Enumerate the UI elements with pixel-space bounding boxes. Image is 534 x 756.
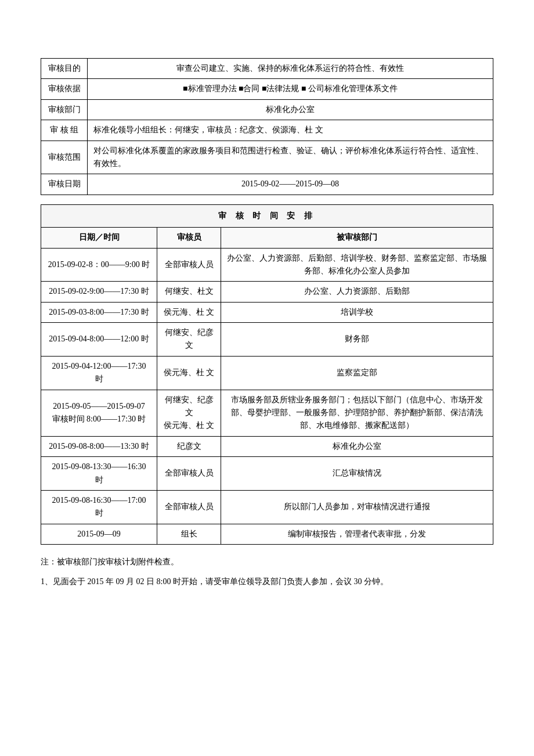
- schedule-auditor-9: 组长: [157, 524, 221, 544]
- schedule-dept-8: 所以部门人员参加，对审核情况进行通报: [221, 490, 493, 524]
- main-table-label: 审核部门: [41, 99, 88, 120]
- schedule-col-header-dept: 被审核部门: [221, 228, 493, 248]
- main-table-label: 审核范围: [41, 141, 88, 174]
- main-table-content: 2015-09-02——2015-09—08: [88, 174, 493, 195]
- schedule-dept-3: 财务部: [221, 323, 493, 357]
- main-table-content: 审查公司建立、实施、保持的标准化体系运行的符合性、有效性: [88, 59, 493, 79]
- schedule-date-3: 2015-09-04-8:00——12:00 时: [41, 323, 157, 357]
- main-table-content: 标准化办公室: [88, 99, 493, 120]
- main-table-label: 审核目的: [41, 59, 88, 79]
- schedule-date-2: 2015-09-03-8:00——17:30 时: [41, 302, 157, 322]
- schedule-date-7: 2015-09-08-13:30——16:30 时: [41, 457, 157, 491]
- main-table-content: ■标准管理办法 ■合同 ■法律法规 ■ 公司标准化管理体系文件: [88, 79, 493, 99]
- note-line-1: 1、见面会于 2015 年 09 月 02 日 8:00 时开始，请受审单位领导…: [41, 574, 493, 590]
- schedule-date-6: 2015-09-08-8:00——13:30 时: [41, 436, 157, 456]
- note-line-0: 注：被审核部门按审核计划附件检查。: [41, 554, 493, 570]
- schedule-auditor-7: 全部审核人员: [157, 457, 221, 491]
- schedule-table: 审 核 时 间 安 排日期／时间审核员被审核部门2015-09-02-8：00—…: [41, 204, 493, 545]
- main-table-label: 审核日期: [41, 174, 88, 195]
- notes-section: 注：被审核部门按审核计划附件检查。1、见面会于 2015 年 09 月 02 日…: [41, 554, 493, 590]
- schedule-date-4: 2015-09-04-12:00——17:30 时: [41, 356, 157, 390]
- schedule-auditor-2: 侯元海、杜 文: [157, 302, 221, 322]
- main-table-label: 审核依据: [41, 79, 88, 99]
- schedule-auditor-0: 全部审核人员: [157, 248, 221, 282]
- schedule-dept-6: 标准化办公室: [221, 436, 493, 456]
- schedule-dept-9: 编制审核报告，管理者代表审批，分发: [221, 524, 493, 544]
- schedule-auditor-6: 纪彦文: [157, 436, 221, 456]
- schedule-date-8: 2015-09-08-16:30——17:00 时: [41, 490, 157, 524]
- main-table-label: 审 核 组: [41, 120, 88, 141]
- schedule-dept-4: 监察监定部: [221, 356, 493, 390]
- main-table-content: 对公司标准化体系覆盖的家政服务项目和范围进行检查、验证、确认；评价标准化体系运行…: [88, 141, 493, 174]
- schedule-dept-1: 办公室、人力资源部、后勤部: [221, 282, 493, 302]
- schedule-dept-7: 汇总审核情况: [221, 457, 493, 491]
- schedule-col-header-date: 日期／时间: [41, 228, 157, 248]
- schedule-auditor-5: 何继安、纪彦文 侯元海、杜 文: [157, 390, 221, 436]
- schedule-date-9: 2015-09—09: [41, 524, 157, 544]
- schedule-auditor-3: 何继安、纪彦文: [157, 323, 221, 357]
- schedule-date-1: 2015-09-02-9:00——17:30 时: [41, 282, 157, 302]
- schedule-auditor-8: 全部审核人员: [157, 490, 221, 524]
- schedule-date-0: 2015-09-02-8：00——9:00 时: [41, 248, 157, 282]
- main-info-table: 审核目的审查公司建立、实施、保持的标准化体系运行的符合性、有效性审核依据■标准管…: [41, 58, 493, 195]
- schedule-dept-2: 培训学校: [221, 302, 493, 322]
- main-table-content: 标准化领导小组组长：何继安，审核员：纪彦文、侯源海、杜 文: [88, 120, 493, 141]
- schedule-date-5: 2015-09-05——2015-09-07 审核时间 8:00——17:30 …: [41, 390, 157, 436]
- schedule-col-header-auditor: 审核员: [157, 228, 221, 248]
- schedule-dept-0: 办公室、人力资源部、后勤部、培训学校、财务部、监察监定部、市场服务部、标准化办公…: [221, 248, 493, 282]
- schedule-auditor-1: 何继安、杜文: [157, 282, 221, 302]
- schedule-section-header: 审 核 时 间 安 排: [41, 204, 493, 227]
- schedule-auditor-4: 侯元海、杜 文: [157, 356, 221, 390]
- schedule-dept-5: 市场服务部及所辖业务服务部门；包括以下部门（信息中心、市场开发部、母婴护理部、一…: [221, 390, 493, 436]
